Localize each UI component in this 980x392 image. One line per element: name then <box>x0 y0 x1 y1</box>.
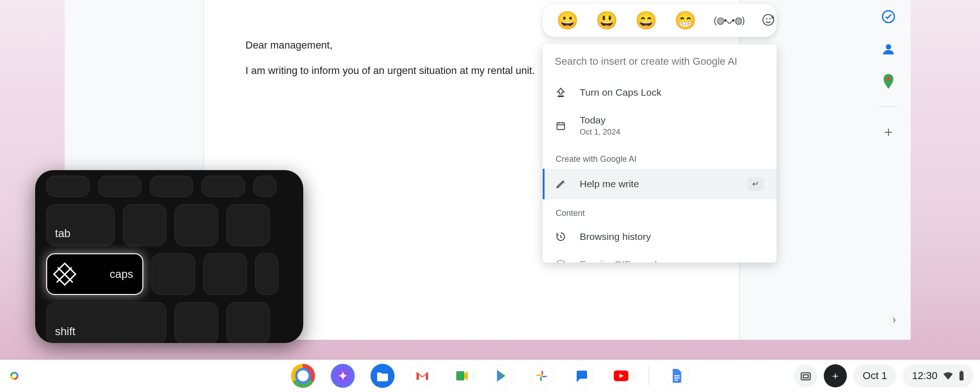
help-me-write-row[interactable]: Help me write ↵ <box>543 169 777 199</box>
key-blank[interactable] <box>123 204 166 246</box>
enter-key-hint: ↵ <box>747 177 764 191</box>
kaomoji-cute[interactable]: (◍•ᴗ•◍) <box>714 15 744 26</box>
svg-rect-19 <box>456 371 465 380</box>
svg-point-12 <box>557 260 565 263</box>
shelf-apps: ✦ <box>291 364 689 388</box>
key-blank[interactable] <box>255 253 278 295</box>
key-caps-lock[interactable]: caps <box>46 253 143 295</box>
history-icon <box>556 232 568 242</box>
tote-tray-button[interactable] <box>794 364 817 387</box>
key-blank[interactable] <box>98 176 141 197</box>
key-blank[interactable] <box>227 204 270 246</box>
key-blank[interactable] <box>150 176 193 197</box>
shelf: ✦ ＋ Oct 1 <box>0 360 980 392</box>
emoji-quickbar: 😀 😃 😄 😁 (◍•ᴗ•◍) <box>543 4 777 37</box>
more-emoji-icon[interactable] <box>762 13 775 27</box>
svg-point-3 <box>763 14 774 25</box>
section-content-header: Content <box>543 199 777 223</box>
svg-rect-27 <box>961 371 962 372</box>
chrome-app-icon[interactable] <box>291 364 315 388</box>
svg-rect-24 <box>802 373 811 380</box>
svg-point-5 <box>769 18 771 19</box>
side-panel-divider <box>879 106 898 107</box>
caps-glyph-icon <box>53 263 77 286</box>
key-shift[interactable]: shift <box>46 302 166 343</box>
emoji-grinning[interactable]: 😀 <box>557 10 578 31</box>
key-blank[interactable] <box>253 176 276 197</box>
svg-rect-8 <box>557 123 565 130</box>
emojis-gifs-row[interactable]: Emojis, GIFs, and more <box>543 251 777 263</box>
insert-ai-panel: Turn on Caps Lock Today Oct 1, 2024 Crea… <box>543 44 777 263</box>
key-blank[interactable] <box>203 253 247 295</box>
svg-rect-21 <box>674 375 680 376</box>
photos-app-icon[interactable] <box>530 364 554 388</box>
pen-magic-icon <box>556 179 568 189</box>
add-addon-button[interactable]: ＋ <box>881 124 896 139</box>
today-date: Oct 1, 2024 <box>580 128 620 137</box>
key-blank[interactable] <box>202 176 245 197</box>
docs-app-icon[interactable] <box>665 364 689 388</box>
svg-point-2 <box>887 77 891 81</box>
wifi-icon <box>943 372 953 380</box>
tasks-icon[interactable] <box>881 9 896 24</box>
gmail-app-icon[interactable] <box>410 364 435 388</box>
ai-app-icon[interactable]: ✦ <box>331 364 355 388</box>
side-panel-expand-icon[interactable]: › <box>893 314 896 326</box>
svg-rect-25 <box>803 375 808 378</box>
emoji-face-icon <box>556 259 568 263</box>
status-time: 12:30 <box>912 370 937 382</box>
svg-point-1 <box>886 44 891 50</box>
svg-rect-26 <box>960 372 964 380</box>
keyboard-zoom-overlay: tab caps shift <box>35 170 303 343</box>
quick-settings-add-button[interactable]: ＋ <box>824 364 847 387</box>
caps-lock-icon <box>556 87 568 98</box>
maps-icon[interactable] <box>881 74 896 89</box>
browsing-history-label: Browsing history <box>580 231 651 242</box>
meet-app-icon[interactable] <box>450 364 474 388</box>
today-label: Today <box>580 115 620 126</box>
emojis-gifs-label: Emojis, GIFs, and more <box>580 259 682 263</box>
caps-lock-row[interactable]: Turn on Caps Lock <box>543 79 777 106</box>
section-create-header: Create with Google AI <box>543 145 777 169</box>
ai-search-input[interactable] <box>543 44 777 79</box>
svg-point-4 <box>766 18 767 19</box>
key-tab[interactable]: tab <box>46 204 115 246</box>
key-blank[interactable] <box>175 302 218 343</box>
play-store-icon[interactable] <box>490 364 514 388</box>
emoji-grinning-big[interactable]: 😃 <box>596 10 618 31</box>
svg-rect-23 <box>674 380 678 380</box>
emoji-grinning-smile[interactable]: 😄 <box>635 10 657 31</box>
key-blank[interactable] <box>227 302 270 343</box>
caps-lock-label: Turn on Caps Lock <box>580 87 662 98</box>
status-date: Oct 1 <box>863 370 887 382</box>
youtube-app-icon[interactable] <box>609 364 633 388</box>
launcher-button[interactable] <box>6 368 22 384</box>
battery-icon <box>959 371 964 381</box>
key-blank[interactable] <box>46 176 90 197</box>
help-me-write-label: Help me write <box>580 178 639 190</box>
files-app-icon[interactable] <box>371 364 395 388</box>
emoji-beaming[interactable]: 😁 <box>674 10 696 31</box>
browsing-history-row[interactable]: Browsing history <box>543 223 777 251</box>
side-panel: ＋ <box>875 9 902 139</box>
key-blank[interactable] <box>152 253 195 295</box>
status-area: ＋ Oct 1 12:30 <box>794 364 974 387</box>
contacts-icon[interactable] <box>881 42 896 56</box>
system-tray[interactable]: 12:30 <box>903 364 974 387</box>
svg-rect-22 <box>674 377 680 378</box>
messages-app-icon[interactable] <box>570 364 594 388</box>
calendar-icon <box>556 121 568 131</box>
shelf-divider <box>649 367 649 385</box>
key-blank[interactable] <box>175 204 218 246</box>
calendar-status-pill[interactable]: Oct 1 <box>853 364 896 387</box>
today-row[interactable]: Today Oct 1, 2024 <box>543 106 777 145</box>
